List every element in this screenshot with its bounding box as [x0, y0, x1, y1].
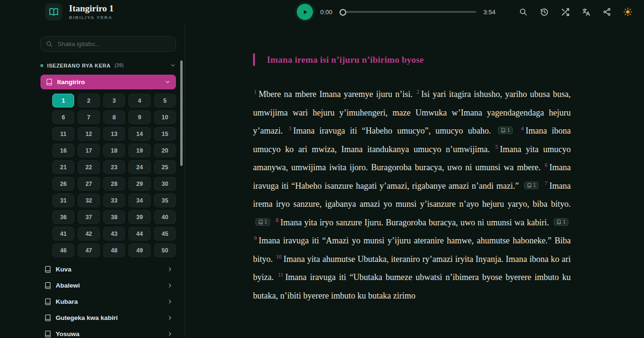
translate-button[interactable]: [580, 6, 592, 18]
chapter-button-42[interactable]: 42: [78, 227, 99, 241]
sidebar-item-itangiriro[interactable]: Itangiriro: [40, 75, 176, 89]
slider-track[interactable]: [340, 11, 476, 13]
heading-accent-bar: [253, 53, 255, 66]
chapter-button-24[interactable]: 24: [128, 160, 150, 174]
chapter-button-31[interactable]: 31: [52, 193, 74, 207]
duration: 3:54: [483, 9, 496, 16]
play-button[interactable]: [297, 4, 313, 20]
sidebar-scrollbar-thumb[interactable]: [180, 60, 183, 166]
verse-number: 4: [521, 126, 524, 131]
chapter-button-28[interactable]: 28: [103, 177, 125, 191]
chapter-button-20[interactable]: 20: [154, 144, 176, 157]
chapter-button-26[interactable]: 26: [52, 177, 74, 191]
chapter-button-21[interactable]: 21: [52, 160, 74, 174]
theme-toggle-button[interactable]: [622, 6, 634, 18]
slider-knob[interactable]: [340, 9, 346, 16]
chapter-button-7[interactable]: 7: [78, 110, 99, 124]
search-icon: [519, 8, 527, 16]
chapter-button-4[interactable]: 4: [128, 94, 150, 107]
chapter-button-43[interactable]: 43: [103, 227, 125, 241]
chapter-button-41[interactable]: 41: [52, 227, 74, 241]
chevron-down-icon: [170, 62, 176, 68]
chapter-button-49[interactable]: 49: [128, 243, 150, 257]
chapter-button-39[interactable]: 39: [128, 210, 150, 224]
chapter-button-9[interactable]: 9: [128, 110, 150, 124]
verse-number: 10: [276, 254, 282, 260]
chapter-button-37[interactable]: 37: [78, 210, 99, 224]
book-label: Abalewi: [56, 282, 80, 289]
verse-number: 8: [276, 217, 279, 223]
chapter-button-6[interactable]: 6: [52, 110, 74, 124]
history-icon: [540, 8, 549, 17]
sun-icon: [623, 7, 633, 17]
chapter-button-34[interactable]: 34: [128, 193, 150, 207]
search-button[interactable]: [517, 6, 529, 18]
audio-progress-slider[interactable]: [340, 9, 476, 15]
chevron-right-icon: [167, 315, 173, 321]
testament-label: ISEZERANO RYA KERA: [47, 63, 111, 68]
chapter-button-47[interactable]: 47: [78, 243, 99, 257]
chapter-button-2[interactable]: 2: [78, 94, 99, 107]
chapter-button-14[interactable]: 14: [128, 127, 150, 141]
cross-reference-chip[interactable]: 1: [255, 218, 270, 226]
audio-player: 0:00 3:54: [297, 0, 496, 24]
chapter-button-17[interactable]: 17: [78, 144, 99, 157]
sidebar-item-yosuwa[interactable]: Yosuwa: [40, 326, 176, 338]
chapter-button-18[interactable]: 18: [103, 144, 125, 157]
chapter-button-11[interactable]: 11: [52, 127, 74, 141]
sidebar-item-gutegeka-kwa-kabiri[interactable]: Gutegeka kwa kabiri: [40, 309, 176, 326]
verse-text: Mbere na mbere Imana yaremye ijuru n’isi…: [259, 89, 413, 99]
chapter-button-35[interactable]: 35: [154, 193, 176, 207]
cross-reference-chip[interactable]: 1: [498, 126, 513, 134]
chapter-button-1[interactable]: 1: [52, 94, 74, 107]
sidebar-item-kuva[interactable]: Kuva: [40, 261, 176, 277]
chapter-button-50[interactable]: 50: [154, 243, 176, 257]
chapter-button-23[interactable]: 23: [103, 160, 125, 174]
chapter-button-16[interactable]: 16: [52, 144, 74, 157]
chapter-button-27[interactable]: 27: [78, 177, 99, 191]
shuffle-button[interactable]: [559, 6, 571, 18]
chapter-button-12[interactable]: 12: [78, 127, 99, 141]
testament-section-toggle[interactable]: ISEZERANO RYA KERA (39): [40, 62, 176, 68]
chapter-button-32[interactable]: 32: [78, 193, 99, 207]
chapter-button-33[interactable]: 33: [103, 193, 125, 207]
chapter-button-8[interactable]: 8: [103, 110, 125, 124]
chapter-button-19[interactable]: 19: [128, 144, 150, 157]
app-logo[interactable]: [45, 3, 62, 20]
chapter-button-25[interactable]: 25: [154, 160, 176, 174]
verse-text: Imana iravuga iti “Habeho umucyo”, umucy…: [293, 126, 491, 135]
chapter-button-30[interactable]: 30: [154, 177, 176, 191]
cross-reference-chip[interactable]: 1: [524, 182, 539, 189]
chapter-button-48[interactable]: 48: [103, 243, 125, 257]
chapter-grid: 1234567891011121314151617181920212223242…: [52, 94, 176, 257]
chapter-button-15[interactable]: 15: [154, 127, 176, 141]
cross-reference-chip[interactable]: 1: [554, 218, 568, 226]
sidebar-item-abalewi[interactable]: Abalewi: [40, 277, 176, 293]
book-search-input[interactable]: [57, 40, 171, 48]
chapter-button-22[interactable]: 22: [78, 160, 99, 174]
brand-text: Itangiriro 1 BIBILIYA YERA: [69, 4, 114, 20]
chapter-button-44[interactable]: 44: [128, 227, 150, 241]
cross-reference-count: 1: [507, 127, 510, 133]
book-icon: [44, 282, 51, 289]
share-button[interactable]: [601, 6, 613, 18]
chapter-button-45[interactable]: 45: [154, 227, 176, 241]
chapter-button-29[interactable]: 29: [128, 177, 150, 191]
book-label: Kuva: [56, 266, 71, 273]
verse-text: Imana iravuga iti “Ubutaka bumeze ubwats…: [253, 272, 571, 300]
chapter-button-5[interactable]: 5: [154, 94, 176, 107]
chapter-button-46[interactable]: 46: [52, 243, 74, 257]
testament-dot: [40, 64, 43, 67]
chapter-button-40[interactable]: 40: [154, 210, 176, 224]
chevron-down-icon: [165, 79, 171, 85]
sidebar-item-kubara[interactable]: Kubara: [40, 293, 176, 309]
history-button[interactable]: [538, 6, 550, 18]
chapter-button-38[interactable]: 38: [103, 210, 125, 224]
chapter-button-13[interactable]: 13: [103, 127, 125, 141]
chapter-button-3[interactable]: 3: [103, 94, 125, 107]
book-icon: [44, 314, 51, 321]
verse-text: Imana yita iryo sanzure Ijuru. Buragorob…: [281, 218, 549, 227]
chapter-button-10[interactable]: 10: [154, 110, 176, 124]
book-label: Yosuwa: [56, 330, 79, 338]
chapter-button-36[interactable]: 36: [52, 210, 74, 224]
